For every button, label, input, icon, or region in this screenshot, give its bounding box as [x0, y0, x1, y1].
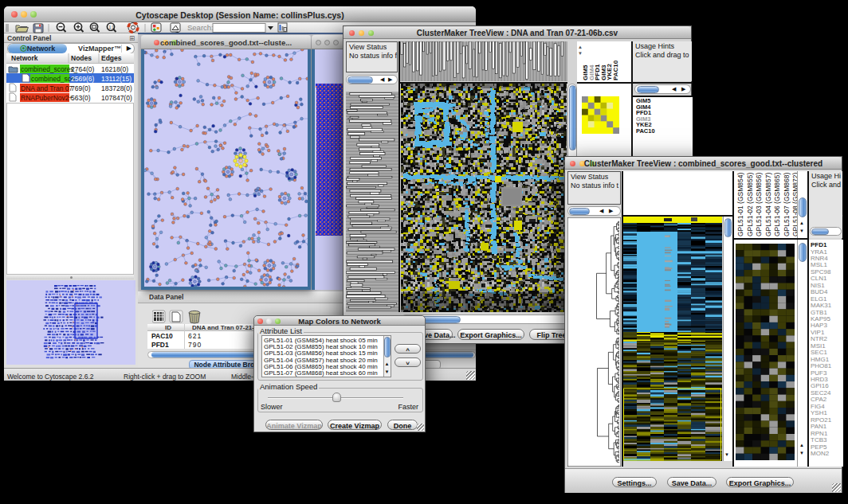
- svg-text:13112(15): 13112(15): [101, 75, 132, 83]
- svg-text:GPL51-02 (GSM855): GPL51-02 (GSM855): [746, 173, 754, 236]
- svg-text:Network: Network: [11, 54, 38, 62]
- svg-text:GPL51-07 (GSM868): GPL51-07 (GSM868): [783, 173, 791, 236]
- svg-text:PAC10: PAC10: [612, 60, 619, 80]
- svg-text:GPL51-01 (GSM854): GPL51-01 (GSM854): [736, 173, 744, 236]
- svg-text:1:1: 1:1: [108, 25, 114, 29]
- svg-text:Search:: Search:: [187, 23, 214, 32]
- svg-text:563(0): 563(0): [71, 94, 91, 102]
- svg-text:GPL51-03 (GSM856): GPL51-03 (GSM856): [755, 173, 763, 236]
- svg-text:Nodes: Nodes: [71, 54, 92, 62]
- svg-text:769(0): 769(0): [71, 84, 91, 92]
- svg-text:GPL51-08 (GSM872): GPL51-08 (GSM872): [791, 173, 797, 236]
- svg-text:2569(6): 2569(6): [71, 75, 94, 83]
- svg-text:GPL51-04 (GSM857): GPL51-04 (GSM857): [764, 173, 772, 236]
- svg-text:16218(0): 16218(0): [101, 65, 128, 73]
- svg-text:combined_scores_: combined_scores_: [21, 65, 78, 73]
- svg-text:RNAPuberNov2+: RNAPuberNov2+: [21, 94, 73, 102]
- svg-text:combined_sco: combined_sco: [31, 75, 75, 83]
- svg-text:DNA and Tran 07: DNA and Tran 07: [21, 84, 73, 92]
- svg-text:GPL51-06 (GSM865): GPL51-06 (GSM865): [773, 173, 781, 236]
- svg-text:Edges: Edges: [101, 54, 122, 62]
- svg-text:2764(0): 2764(0): [71, 65, 94, 73]
- svg-text:107847(0): 107847(0): [101, 94, 132, 102]
- svg-text:183728(0): 183728(0): [101, 84, 132, 92]
